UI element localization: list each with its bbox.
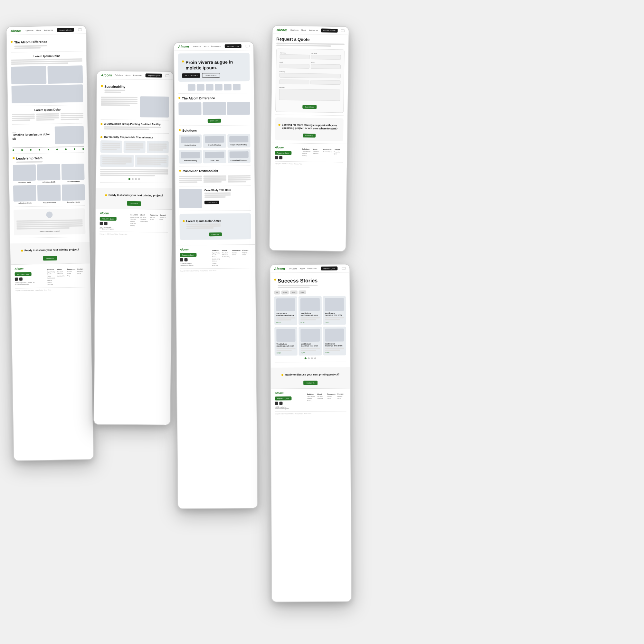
spdot-1[interactable]: [305, 357, 307, 359]
nav-cta-3[interactable]: Request a Quote: [225, 44, 241, 48]
sc6-l1: [325, 347, 344, 349]
search-icon-3[interactable]: [246, 45, 250, 47]
fcq-2: About The Alcom Difference: [313, 148, 322, 157]
filter-2[interactable]: Filter: [290, 290, 297, 294]
dot-1: [11, 41, 13, 43]
footer-cta-success[interactable]: Request A Quote: [275, 396, 291, 400]
footer-cta-about[interactable]: Request A Quote: [15, 272, 32, 276]
nav-cta-4[interactable]: Request a Quote: [321, 28, 338, 33]
nav-ss1[interactable]: Solutions: [289, 268, 297, 270]
spdot-2[interactable]: [308, 357, 310, 359]
cta-btn-about[interactable]: Contact Us: [43, 256, 57, 261]
diff-btn[interactable]: Learn More: [208, 118, 221, 122]
footer-top-sus: Alcom Request A Quote 1822 Enterprise Av…: [99, 212, 168, 230]
footer-cta-quote[interactable]: Request A Quote: [275, 151, 291, 155]
fch-2: About The Alcom Difference Sustainabilit…: [222, 249, 231, 266]
nav-solutions-1[interactable]: Solutions: [25, 30, 33, 32]
ig-icon-about[interactable]: [19, 278, 23, 281]
input-email[interactable]: [279, 64, 309, 69]
ig-quote[interactable]: [279, 156, 282, 159]
fb-success[interactable]: [275, 402, 278, 405]
nav-q3[interactable]: Resources: [308, 29, 318, 31]
sc4-l2: [277, 350, 292, 351]
nav-cta-1[interactable]: Request a Quote: [57, 28, 74, 32]
ig-success[interactable]: [279, 402, 282, 405]
sc-6[interactable]: Vestibulum maximus erat enim FILTER: [323, 327, 346, 355]
sc-3[interactable]: Vestibulum maximus erat enim FILTER: [323, 296, 346, 325]
hero-section: Proin viverra augue in moletie ipsum. AB…: [178, 53, 250, 82]
sol-card-1[interactable]: Digital Printing: [179, 134, 202, 148]
filter-3[interactable]: Filter: [298, 290, 306, 294]
nav-ss2[interactable]: About: [300, 268, 305, 270]
nav-s2-3[interactable]: Resources: [133, 74, 142, 76]
input-phone[interactable]: [311, 64, 341, 69]
nav-s2-2[interactable]: About: [126, 74, 131, 76]
input-field1[interactable]: [279, 80, 309, 84]
input-company[interactable]: [279, 73, 341, 79]
search-icon-2[interactable]: [166, 74, 169, 77]
sol-card-3[interactable]: Cold Set Web Printing: [227, 134, 251, 148]
search-icon-1[interactable]: [78, 28, 82, 31]
tdot-6: [56, 149, 58, 150]
input-field2[interactable]: [310, 80, 340, 85]
nav-h3[interactable]: Resources: [211, 45, 221, 47]
sc-5[interactable]: Vestibulum maximus erat enim FILTER: [299, 327, 322, 355]
nav-s2-1[interactable]: Solutions: [115, 74, 123, 76]
input-message[interactable]: [279, 89, 340, 101]
sol-card-6[interactable]: Promotional Products: [227, 149, 251, 163]
nav-links-5: Solutions About Resources: [289, 268, 317, 270]
pdot-1[interactable]: [128, 178, 130, 180]
sc2-l2: [300, 319, 316, 320]
cc4-l1: [102, 157, 132, 159]
nav-about-1[interactable]: About: [36, 29, 41, 31]
sc-4[interactable]: Vestibulum maximus erat enim FILTER: [274, 327, 298, 355]
nav-q1[interactable]: Solutions: [290, 29, 298, 31]
nav-cta-5[interactable]: Request a Quote: [321, 267, 337, 270]
cta-btn-sus[interactable]: Contact Us: [127, 201, 141, 206]
fb-home[interactable]: [180, 258, 183, 261]
sol-card-4[interactable]: Wide-set Printing: [179, 150, 202, 164]
case-cta[interactable]: LEARN MORE >: [204, 200, 219, 204]
input-firstname[interactable]: [279, 54, 309, 59]
about-title: The Alcom Difference: [14, 40, 47, 44]
hero-btn1[interactable]: ABOUT ALCOM >: [182, 73, 200, 78]
quote-cta-btn[interactable]: Contact Us: [303, 133, 316, 137]
fcq-4: Contact Request a Quote: [334, 148, 343, 157]
footer-cta-sus[interactable]: Request A Quote: [100, 217, 117, 221]
q-line5: [16, 227, 70, 230]
fb-icon-sus[interactable]: [100, 222, 103, 225]
spdot-4[interactable]: [314, 357, 316, 359]
nav-q2[interactable]: About: [301, 29, 306, 31]
team-member-2: Johnathan Smith: [37, 164, 60, 183]
commitments-header: Our Socially Responsible Commitments: [100, 136, 169, 139]
filter-1[interactable]: Filter: [281, 290, 289, 294]
fb-quote[interactable]: [275, 156, 278, 159]
cta-btn-success[interactable]: Contact Us: [303, 381, 318, 385]
lorem-cta-btn[interactable]: Contact Us: [209, 232, 222, 236]
sc-2[interactable]: Vestibulum maximus erat enim FILTER: [298, 296, 322, 325]
nav-h1[interactable]: Solutions: [193, 45, 201, 47]
nav-cta-2[interactable]: Request a Quote: [146, 73, 162, 77]
spdot-3[interactable]: [311, 357, 313, 359]
filter-all[interactable]: All: [274, 290, 280, 294]
hero-btn2[interactable]: LEARN MORE >: [202, 73, 220, 77]
nav-ss3[interactable]: Resources: [307, 268, 317, 270]
submit-btn[interactable]: Submit Form: [302, 105, 317, 109]
sc-1[interactable]: Vestibulum maximus erat enim FILTER: [274, 296, 298, 325]
t3-l3: [228, 179, 251, 181]
pdot-2[interactable]: [132, 178, 134, 180]
search-icon-4[interactable]: [341, 29, 345, 32]
input-lastname[interactable]: [311, 55, 341, 60]
pdot-3[interactable]: [135, 178, 137, 180]
search-icon-5[interactable]: [342, 267, 346, 270]
nav-resources-1[interactable]: Resources: [44, 29, 53, 31]
footer-left-quote: Alcom Request A Quote: [275, 146, 291, 159]
footer-cta-home[interactable]: Request A Quote: [180, 253, 196, 257]
ig-home[interactable]: [185, 258, 188, 261]
fb-icon-about[interactable]: [15, 278, 18, 281]
ig-icon-sus[interactable]: [104, 222, 108, 225]
sol-card-5[interactable]: Direct Mail: [203, 149, 226, 163]
pdot-4[interactable]: [138, 178, 140, 180]
sol-card-2[interactable]: Sheetfed Printing: [203, 134, 226, 148]
nav-h2[interactable]: About: [204, 45, 209, 47]
